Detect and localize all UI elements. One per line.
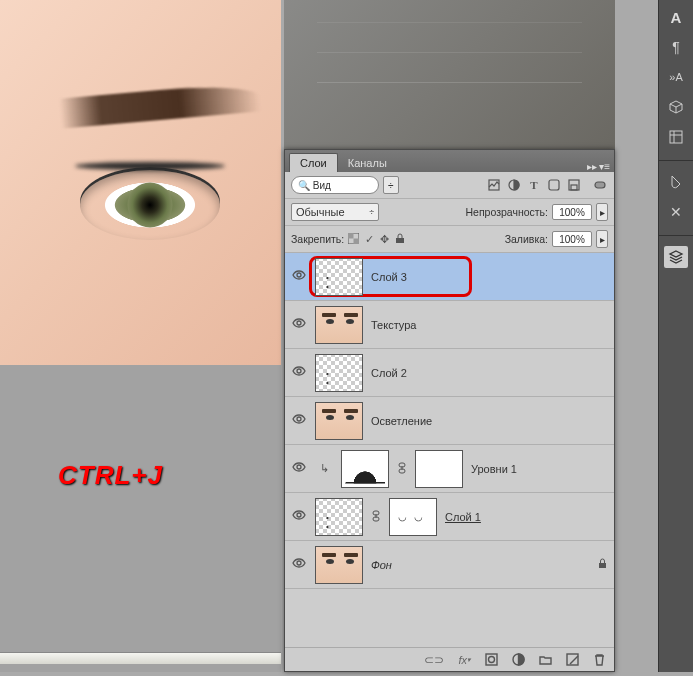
layer-thumbnail[interactable] <box>315 354 363 392</box>
link-icon <box>397 462 407 476</box>
link-icon <box>371 510 381 524</box>
visibility-toggle[interactable] <box>291 268 307 285</box>
svg-point-13 <box>297 369 301 373</box>
layer-thumbnail[interactable] <box>315 498 363 536</box>
mask-thumbnail[interactable] <box>415 450 463 488</box>
brushes-icon[interactable]: ✕ <box>664 201 688 223</box>
visibility-toggle[interactable] <box>291 364 307 381</box>
layer-name[interactable]: Осветление <box>371 415 432 427</box>
delete-layer-icon[interactable] <box>593 653 606 666</box>
opacity-input[interactable]: 100% <box>552 204 592 220</box>
layer-filter-search[interactable]: 🔍 Вид <box>291 176 379 194</box>
visibility-toggle[interactable] <box>291 556 307 573</box>
layer-row[interactable]: ↳ Уровни 1 <box>285 445 614 493</box>
visibility-toggle[interactable] <box>291 412 307 429</box>
lock-pixels-icon[interactable]: ✓ <box>365 233 374 246</box>
filter-dropdown[interactable]: ÷ <box>383 176 399 194</box>
filter-type-icon[interactable]: T <box>526 178 542 192</box>
opacity-label: Непрозрачность: <box>466 206 549 218</box>
opacity-dropdown[interactable]: ▸ <box>596 203 608 221</box>
panel-collapse-icon[interactable]: ▸▸ <box>587 161 597 172</box>
fill-dropdown[interactable]: ▸ <box>596 230 608 248</box>
visibility-toggle[interactable] <box>291 460 307 477</box>
add-mask-icon[interactable] <box>485 653 498 666</box>
filter-shape-icon[interactable] <box>546 178 562 192</box>
paragraph-icon[interactable]: ¶ <box>664 36 688 58</box>
filter-adjustment-icon[interactable] <box>506 178 522 192</box>
new-layer-icon[interactable] <box>566 653 579 666</box>
svg-point-26 <box>489 657 495 663</box>
lock-position-icon[interactable]: ✥ <box>380 233 389 246</box>
layer-row[interactable]: Осветление <box>285 397 614 445</box>
lock-all-icon[interactable] <box>395 233 405 246</box>
svg-rect-10 <box>396 238 404 243</box>
photo-preview <box>0 0 281 365</box>
lock-icon <box>597 558 608 571</box>
layer-name[interactable]: Фон <box>371 559 392 571</box>
layer-thumbnail[interactable] <box>315 546 363 584</box>
lock-label: Закрепить: <box>291 233 344 245</box>
fill-label: Заливка: <box>505 233 548 245</box>
link-layers-icon[interactable]: ⊂⊃ <box>424 653 444 667</box>
lock-transparency-icon[interactable] <box>348 233 359 246</box>
layer-row[interactable]: Фон <box>285 541 614 589</box>
svg-point-12 <box>297 321 301 325</box>
layer-name[interactable]: Слой 1 <box>445 511 481 523</box>
blend-mode-value: Обычные <box>296 206 345 218</box>
tab-channels[interactable]: Каналы <box>338 154 397 172</box>
svg-point-11 <box>297 273 301 277</box>
layer-thumbnail[interactable] <box>315 258 363 296</box>
layer-row[interactable]: Текстура <box>285 301 614 349</box>
svg-point-14 <box>297 417 301 421</box>
layer-row[interactable]: Слой 2 <box>285 349 614 397</box>
layer-thumbnail[interactable] <box>315 402 363 440</box>
panel-tabs: Слои Каналы ▸▸ ▾≡ <box>285 150 614 172</box>
svg-rect-9 <box>354 238 360 244</box>
filter-smartobject-icon[interactable] <box>566 178 582 192</box>
character-icon[interactable]: A <box>664 6 688 28</box>
layer-thumbnail[interactable] <box>315 306 363 344</box>
svg-point-15 <box>297 465 301 469</box>
3d-icon[interactable] <box>664 96 688 118</box>
layer-name[interactable]: Слой 3 <box>371 271 407 283</box>
svg-rect-0 <box>670 131 682 143</box>
layer-row[interactable]: Слой 3 <box>285 253 614 301</box>
layers-list: Слой 3 Текстура Слой 2 Осветление ↳ Уров… <box>285 253 614 647</box>
blend-mode-select[interactable]: Обычные÷ <box>291 203 379 221</box>
canvas-area: CTRL+J <box>0 0 281 672</box>
right-toolbar: A ¶ »A ✕ <box>658 0 693 672</box>
panel-menu-icon[interactable]: ▾≡ <box>599 161 610 172</box>
svg-point-19 <box>297 513 301 517</box>
svg-rect-8 <box>348 233 354 239</box>
libraries-icon[interactable] <box>664 126 688 148</box>
layer-name[interactable]: Текстура <box>371 319 416 331</box>
new-group-icon[interactable] <box>539 653 552 666</box>
svg-rect-25 <box>486 654 497 665</box>
svg-rect-5 <box>571 185 577 190</box>
fill-input[interactable]: 100% <box>552 231 592 247</box>
layers-panel: Слои Каналы ▸▸ ▾≡ 🔍 Вид ÷ T Обычные÷ Неп… <box>284 149 615 672</box>
adjustment-thumbnail[interactable] <box>341 450 389 488</box>
svg-point-23 <box>297 561 301 565</box>
tab-layers[interactable]: Слои <box>289 153 338 172</box>
visibility-toggle[interactable] <box>291 316 307 333</box>
visibility-toggle[interactable] <box>291 508 307 525</box>
svg-rect-28 <box>567 654 578 665</box>
layer-row[interactable]: Слой 1 <box>285 493 614 541</box>
filter-image-icon[interactable] <box>486 178 502 192</box>
swatches-icon[interactable] <box>664 171 688 193</box>
overlay-shortcut-text: CTRL+J <box>58 460 163 491</box>
svg-rect-6 <box>595 182 605 188</box>
layer-name[interactable]: Слой 2 <box>371 367 407 379</box>
filter-toggle-icon[interactable] <box>592 178 608 192</box>
background-image-area <box>284 0 615 149</box>
fx-icon[interactable]: fx▾ <box>458 654 471 666</box>
clip-indicator-icon: ↳ <box>315 460 333 478</box>
mask-thumbnail[interactable] <box>389 498 437 536</box>
panel-footer: ⊂⊃ fx▾ <box>285 647 614 671</box>
search-placeholder: Вид <box>313 180 331 191</box>
layers-panel-icon[interactable] <box>664 246 688 268</box>
glyph-icon[interactable]: »A <box>664 66 688 88</box>
layer-name[interactable]: Уровни 1 <box>471 463 517 475</box>
new-adjustment-icon[interactable] <box>512 653 525 666</box>
